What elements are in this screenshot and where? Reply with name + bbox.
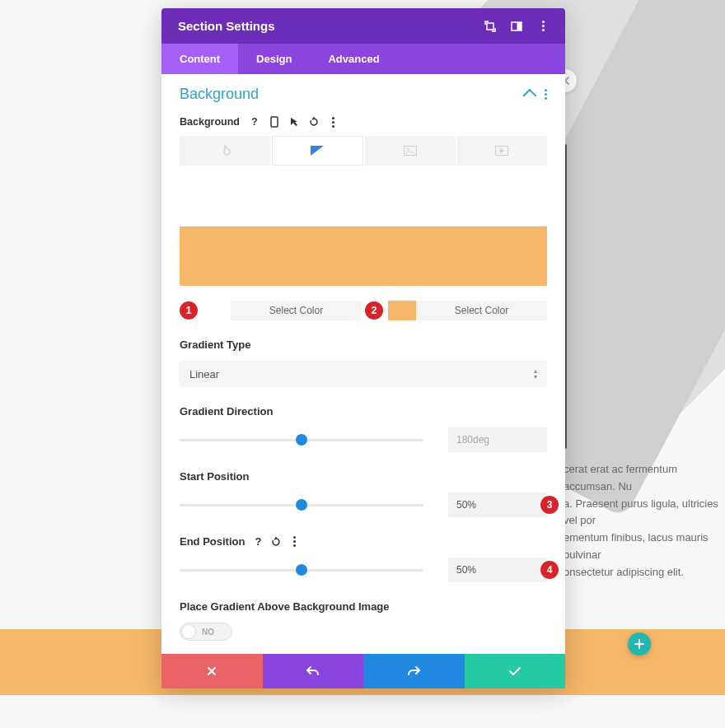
start-position-label: Start Position <box>180 470 547 483</box>
bg-color-tab[interactable] <box>180 136 270 166</box>
tab-content[interactable]: Content <box>161 44 238 74</box>
reset-icon[interactable] <box>309 117 319 127</box>
expand-icon[interactable] <box>484 21 496 32</box>
end-position-slider[interactable] <box>180 562 423 578</box>
modal-header: Section Settings Content Design Advanced <box>161 8 565 74</box>
redo-icon <box>407 665 420 677</box>
svg-rect-3 <box>271 117 278 127</box>
help-icon[interactable]: ? <box>250 117 260 127</box>
section-more-icon[interactable] <box>545 89 547 100</box>
reset-icon[interactable] <box>271 537 281 547</box>
cancel-button[interactable] <box>161 654 263 688</box>
snap-icon[interactable] <box>511 21 522 32</box>
device-icon[interactable] <box>269 117 279 127</box>
modal-body: Background Background ? <box>161 74 565 654</box>
annotation-marker-1: 1 <box>180 301 198 320</box>
undo-button[interactable] <box>263 654 364 688</box>
close-icon <box>206 665 218 677</box>
end-position-label: End Position ? <box>180 535 547 548</box>
save-button[interactable] <box>465 654 566 688</box>
field-more-icon[interactable] <box>329 117 339 127</box>
section-title: Background <box>180 86 259 103</box>
redo-button[interactable] <box>363 654 465 688</box>
annotation-marker-3: 3 <box>540 496 559 514</box>
slider-thumb[interactable] <box>296 564 307 576</box>
start-position-slider[interactable] <box>180 497 423 513</box>
color-swatch-2[interactable] <box>388 301 416 320</box>
gradient-direction-label: Gradient Direction <box>180 405 547 418</box>
place-above-label: Place Gradient Above Background Image <box>180 600 547 613</box>
select-arrows-icon <box>534 369 537 380</box>
undo-icon <box>306 665 320 677</box>
page-body-text: cerat erat ac fermentum accumsan. Nu a. … <box>564 461 725 581</box>
check-icon <box>508 666 522 676</box>
toggle-knob <box>181 624 196 639</box>
annotation-marker-2: 2 <box>365 301 383 320</box>
section-settings-modal: Section Settings Content Design Advanced… <box>161 8 565 688</box>
help-icon[interactable]: ? <box>253 537 263 547</box>
svg-rect-0 <box>487 23 493 30</box>
color-swatch-1[interactable] <box>203 301 231 320</box>
slider-thumb[interactable] <box>296 434 307 446</box>
svg-rect-2 <box>517 22 522 30</box>
collapse-icon[interactable] <box>526 89 536 100</box>
bg-image-tab[interactable] <box>365 136 456 166</box>
modal-footer <box>161 654 565 688</box>
gradient-color-2[interactable]: Select Color <box>388 301 547 320</box>
gradient-direction-slider[interactable] <box>180 432 423 448</box>
start-position-input[interactable] <box>448 492 547 517</box>
bg-gradient-tab[interactable] <box>272 136 364 166</box>
annotation-marker-4: 4 <box>540 561 559 579</box>
svg-point-6 <box>407 148 409 150</box>
gradient-direction-input[interactable] <box>448 427 547 452</box>
hover-icon[interactable] <box>289 117 299 127</box>
gradient-type-label: Gradient Type <box>180 338 547 351</box>
settings-tabs: Content Design Advanced <box>161 44 565 74</box>
end-position-input[interactable] <box>448 558 547 582</box>
gradient-preview <box>180 226 547 286</box>
tab-advanced[interactable]: Advanced <box>310 44 397 74</box>
place-above-toggle[interactable]: NO <box>180 623 232 641</box>
field-more-icon[interactable] <box>289 537 299 547</box>
background-field-label: Background ? <box>180 116 547 128</box>
tab-design[interactable]: Design <box>238 44 310 74</box>
bg-video-tab[interactable] <box>457 136 548 166</box>
slider-thumb[interactable] <box>296 499 307 511</box>
gradient-color-1[interactable]: Select Color <box>203 301 362 320</box>
more-icon[interactable] <box>537 21 549 32</box>
modal-title: Section Settings <box>178 19 275 33</box>
add-section-button[interactable] <box>628 632 651 656</box>
gradient-type-select[interactable]: Linear <box>180 361 547 387</box>
background-type-tabs <box>180 136 547 166</box>
